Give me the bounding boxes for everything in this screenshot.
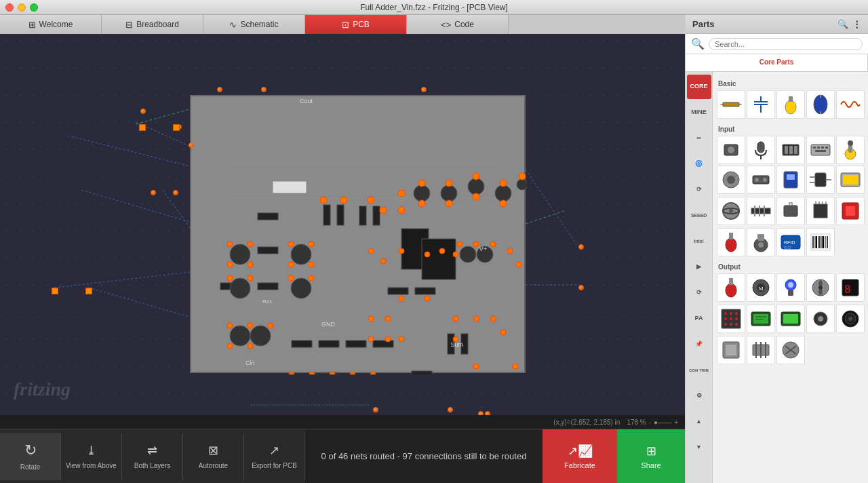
part-gyro[interactable] <box>717 197 745 225</box>
close-button[interactable] <box>5 3 14 12</box>
both-layers-button[interactable]: ⇌ Both Layers <box>122 433 183 480</box>
zoom-minus-icon[interactable]: - <box>649 419 651 426</box>
part-ic-chip[interactable] <box>806 197 835 225</box>
part-connector-h[interactable] <box>747 197 775 225</box>
parts-search-icon[interactable]: 🔍 <box>837 19 848 29</box>
part-dip-switch[interactable] <box>776 136 805 164</box>
sidebar-btn-scroll-up[interactable]: ▲ <box>687 410 711 434</box>
window-controls <box>5 3 38 12</box>
part-joystick[interactable] <box>836 136 865 164</box>
view-above-icon: ⤓ <box>86 443 96 458</box>
sidebar-btn-mine[interactable]: MINE <box>687 100 711 125</box>
part-red-component[interactable] <box>836 197 865 225</box>
maximize-button[interactable] <box>30 3 38 12</box>
fabricate-label: Fabricate <box>564 461 595 469</box>
parts-tab-core[interactable]: Core Parts <box>686 54 868 71</box>
sidebar-btn-scroll-down[interactable]: ▼ <box>687 436 711 460</box>
component-pad <box>189 142 194 148</box>
tab-breadboard[interactable]: ⊟ Breadboard <box>102 15 203 34</box>
svg-point-93 <box>490 242 496 247</box>
sidebar-btn-gear[interactable]: ⚙ <box>687 384 711 408</box>
svg-point-71 <box>473 193 479 200</box>
part-lamp[interactable] <box>776 273 805 302</box>
rotate-button[interactable]: ↻ Rotate <box>0 433 61 480</box>
svg-point-62 <box>500 180 507 187</box>
zoom-plus-icon[interactable]: + <box>674 419 678 426</box>
svg-rect-175 <box>784 206 797 216</box>
part-output-led[interactable] <box>717 273 745 302</box>
part-component-a[interactable] <box>717 336 745 364</box>
part-encoder[interactable] <box>747 228 775 256</box>
sidebar-btn-intel[interactable]: Intel <box>687 229 711 254</box>
part-speaker[interactable] <box>836 305 865 333</box>
parts-options-icon[interactable]: ⋮ <box>852 19 861 29</box>
tab-welcome[interactable]: ⊞ Welcome <box>0 15 102 34</box>
part-oled[interactable] <box>776 305 805 333</box>
part-led[interactable] <box>776 90 805 119</box>
minimize-button[interactable] <box>18 3 26 12</box>
toolbar: ↻ Rotate ⤓ View from Above ⇌ Both Layers… <box>0 429 685 483</box>
share-button[interactable]: ⊞ Share <box>617 429 685 484</box>
svg-point-116 <box>309 372 315 374</box>
part-motor[interactable]: M <box>747 273 775 302</box>
svg-point-222 <box>735 323 738 326</box>
svg-point-42 <box>414 185 430 201</box>
share-icon: ⊞ <box>646 444 656 459</box>
svg-point-113 <box>513 364 518 369</box>
part-red-led[interactable] <box>717 228 745 256</box>
tab-code[interactable]: <> Code <box>407 15 509 34</box>
part-sensor3[interactable] <box>776 166 805 194</box>
part-capacitor[interactable] <box>747 90 775 119</box>
part-sensor1[interactable] <box>717 166 745 194</box>
sidebar-btn-contrib[interactable]: CON TRIB <box>687 358 711 383</box>
part-pushbutton[interactable] <box>717 136 745 164</box>
parts-category-tabs: Core Parts <box>686 54 868 72</box>
part-component-c[interactable] <box>776 336 805 364</box>
sidebar-btn-seeed[interactable]: SEEED <box>687 204 711 228</box>
part-transistor[interactable] <box>806 166 835 194</box>
part-sensor-ir[interactable] <box>776 197 805 225</box>
part-mic[interactable] <box>747 136 775 164</box>
part-resistor[interactable] <box>717 90 745 119</box>
part-display[interactable] <box>836 166 865 194</box>
sidebar-btn-core[interactable]: CORE <box>687 75 711 99</box>
svg-point-41 <box>291 278 311 298</box>
zoom-slider[interactable]: ●—— <box>654 419 671 426</box>
fabricate-button[interactable]: ↗📈 Fabricate <box>542 429 617 484</box>
pcb-canvas[interactable]: R5 R21 GND V+ Sum <box>0 34 685 421</box>
tab-pcb[interactable]: ⊡ PCB <box>305 15 407 34</box>
part-fan[interactable] <box>806 273 835 302</box>
breadboard-icon: ⊟ <box>125 20 133 30</box>
sidebar-btn-fritzing[interactable]: ∞ <box>687 126 711 151</box>
svg-point-183 <box>726 238 736 252</box>
zoom-controls: 178 % - ●—— + <box>627 419 678 426</box>
part-rfid[interactable]: RFIDID12 <box>776 228 805 256</box>
part-sensor2[interactable] <box>747 166 775 194</box>
svg-point-106 <box>385 336 391 342</box>
part-lcd[interactable] <box>747 305 775 333</box>
sidebar-btn-play[interactable]: ▶ <box>687 255 711 279</box>
part-electrolytic-cap[interactable] <box>806 90 835 119</box>
svg-point-101 <box>368 316 374 322</box>
sidebar-btn-pin[interactable]: 📌 <box>687 332 711 357</box>
tab-schematic[interactable]: ∿ Schematic <box>203 15 305 34</box>
sidebar-btn-pa[interactable]: PA <box>687 307 711 331</box>
part-7seg[interactable]: 8 <box>836 273 865 302</box>
part-dot[interactable] <box>806 305 835 333</box>
part-keyboard[interactable] <box>806 136 835 164</box>
search-magnifier-icon: 🔍 <box>691 37 705 50</box>
export-button[interactable]: ↗ Export for PCB <box>244 433 305 480</box>
autoroute-button[interactable]: ⊠ Autoroute <box>183 433 244 480</box>
sidebar-btn-custom1[interactable]: 🌀 <box>687 152 711 176</box>
svg-point-60 <box>446 180 452 187</box>
sidebar-btn-custom2[interactable]: ⟳ <box>687 178 711 202</box>
sidebar-btn-recycle[interactable]: ⟳ <box>687 281 711 305</box>
part-component-b[interactable] <box>747 336 775 364</box>
part-barcode[interactable] <box>806 228 835 256</box>
part-matrix[interactable] <box>717 305 745 333</box>
svg-point-219 <box>735 317 738 320</box>
search-input[interactable] <box>709 38 863 50</box>
svg-point-77 <box>227 275 233 281</box>
part-coil[interactable] <box>836 90 865 119</box>
view-from-above-button[interactable]: ⤓ View from Above <box>61 433 122 480</box>
